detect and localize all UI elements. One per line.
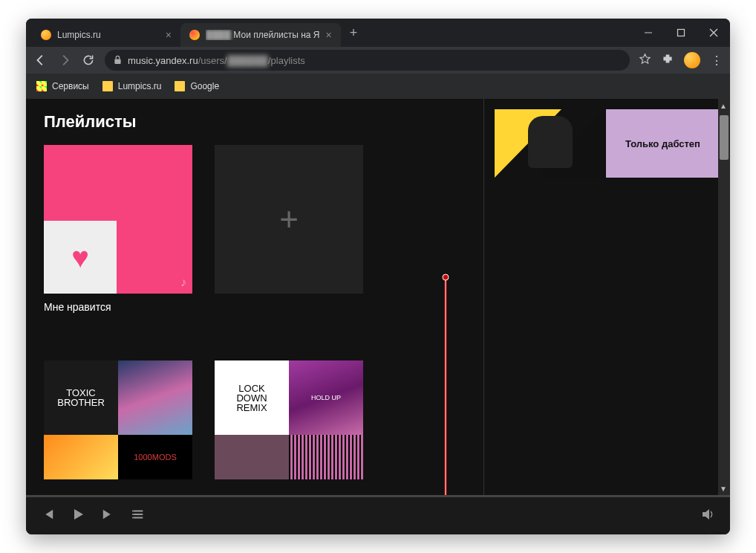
album-tiles-row: TOXIC BROTHER 1000MODS LOCKDOWNREMIX HOL… <box>44 360 466 479</box>
star-bookmark-icon[interactable] <box>639 53 651 68</box>
album-cover <box>118 360 192 435</box>
heart-icon: ♥ <box>71 241 89 274</box>
music-player-bar <box>26 496 730 534</box>
svg-rect-4 <box>114 59 120 63</box>
add-playlist-cover: + <box>215 145 363 294</box>
close-window-button[interactable] <box>697 19 730 47</box>
maximize-button[interactable] <box>665 19 697 47</box>
playlist-tile-add[interactable]: + <box>215 145 363 313</box>
folder-icon <box>102 81 113 91</box>
album-cover <box>215 435 289 479</box>
scroll-up-icon[interactable]: ▲ <box>720 102 727 110</box>
playlist-cover-liked: ♥ ♪ <box>44 145 192 294</box>
playlist-label: Мне нравится <box>44 301 192 313</box>
player-queue-button[interactable] <box>131 508 145 524</box>
tabs-strip: Lumpics.ru × ████ Мои плейлисты на Я × + <box>26 19 632 47</box>
titlebar: Lumpics.ru × ████ Мои плейлисты на Я × + <box>26 19 730 47</box>
svg-point-10 <box>132 517 134 518</box>
close-tab-icon[interactable]: × <box>166 29 172 41</box>
svg-point-8 <box>132 510 134 511</box>
favicon-lumpics <box>41 30 51 40</box>
address-bar: music.yandex.ru/users/██████/playlists ⋮ <box>26 47 730 74</box>
album-grid-1[interactable]: TOXIC BROTHER 1000MODS <box>44 360 192 479</box>
player-prev-button[interactable] <box>41 508 54 524</box>
nav-reload-button[interactable] <box>81 53 96 68</box>
lock-icon <box>114 55 122 66</box>
heart-box: ♥ <box>44 221 117 294</box>
close-tab-icon[interactable]: × <box>326 29 332 41</box>
note-icon: ♪ <box>180 276 186 289</box>
svg-point-9 <box>132 514 134 515</box>
album-cover: 1000MODS <box>118 435 192 479</box>
scrollbar-thumb[interactable] <box>720 115 729 160</box>
minimize-button[interactable] <box>632 19 665 47</box>
tab-lumpics[interactable]: Lumpics.ru × <box>32 23 180 47</box>
main-column: Плейлисты ♥ ♪ Мне нравится + TOX <box>26 99 483 496</box>
bookmark-services[interactable]: Сервисы <box>36 81 89 91</box>
tab-title: Lumpics.ru <box>57 30 160 40</box>
player-next-button[interactable] <box>102 508 115 524</box>
album-grid-2[interactable]: LOCKDOWNREMIX HOLD UP <box>215 360 363 479</box>
svg-rect-1 <box>678 30 685 36</box>
bookmarks-bar: Сервисы Lumpics.ru Google <box>26 74 730 99</box>
bookmark-google[interactable]: Google <box>175 81 219 91</box>
kebab-menu-icon[interactable]: ⋮ <box>711 54 723 68</box>
tab-yandex-music[interactable]: ████ Мои плейлисты на Я × <box>180 23 341 47</box>
folder-icon <box>175 81 185 91</box>
window-controls <box>632 19 730 47</box>
playlist-tiles-row: ♥ ♪ Мне нравится + <box>44 145 466 313</box>
apps-icon <box>36 81 47 91</box>
album-cover <box>44 435 118 479</box>
profile-avatar[interactable] <box>684 52 700 68</box>
sidebar-card-thumb <box>495 109 606 178</box>
scroll-down-icon[interactable]: ▼ <box>720 485 727 493</box>
sidebar-card-label: Только дабстеп <box>606 109 720 178</box>
playlist-tile-liked[interactable]: ♥ ♪ Мне нравится <box>44 145 192 313</box>
nav-forward-button[interactable] <box>57 53 72 68</box>
page-scrollbar[interactable]: ▲ ▼ <box>718 99 730 496</box>
bookmark-lumpics[interactable]: Lumpics.ru <box>102 81 162 91</box>
album-cover <box>289 435 363 479</box>
player-play-button[interactable] <box>71 507 85 525</box>
plus-icon: + <box>279 201 299 238</box>
album-cover: HOLD UP <box>289 360 363 435</box>
extensions-icon[interactable] <box>662 53 674 68</box>
page-content: Плейлисты ♥ ♪ Мне нравится + TOX <box>26 99 730 496</box>
new-tab-button[interactable]: + <box>341 19 367 47</box>
browser-window: Lumpics.ru × ████ Мои плейлисты на Я × + <box>26 19 730 534</box>
player-progress[interactable] <box>26 495 730 497</box>
tab-title: ████ Мои плейлисты на Я <box>206 30 320 40</box>
page-title: Плейлисты <box>44 112 466 132</box>
player-volume-button[interactable] <box>700 507 715 525</box>
right-sidebar: Только дабстеп <box>483 99 730 496</box>
url-input[interactable]: music.yandex.ru/users/██████/playlists <box>105 50 630 71</box>
nav-back-button[interactable] <box>33 53 48 68</box>
album-cover: LOCKDOWNREMIX <box>215 360 289 435</box>
url-text: music.yandex.ru/users/██████/playlists <box>128 55 305 66</box>
favicon-yandex-music <box>189 30 200 40</box>
sidebar-card-dubstep[interactable]: Только дабстеп <box>495 109 720 178</box>
album-cover: TOXIC BROTHER <box>44 360 118 435</box>
